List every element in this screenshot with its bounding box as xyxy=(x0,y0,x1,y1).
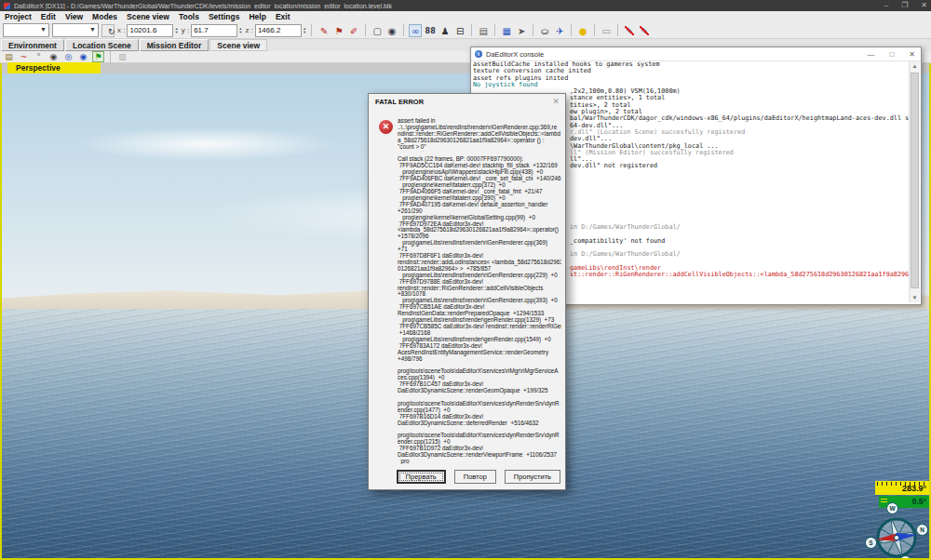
car-camera-icon[interactable]: ⊟ xyxy=(453,24,466,37)
dialog-button-повтор[interactable]: Повтор xyxy=(454,470,496,484)
menu-item-project[interactable]: Project xyxy=(0,11,36,22)
curve-tool-icon[interactable]: ~ xyxy=(18,51,30,62)
camera-glasses-icon[interactable]: ∞ xyxy=(409,24,422,37)
select-marquee-icon[interactable]: ▢ xyxy=(371,24,384,37)
menu-item-settings[interactable]: Settings xyxy=(204,11,245,22)
console-titlebar[interactable]: i DaEditorX console — □ ✕ xyxy=(471,47,921,61)
toolbar-separator xyxy=(617,24,618,36)
toolbar-separator xyxy=(594,24,595,36)
tab-mission-editor[interactable]: Mission Editor xyxy=(140,39,209,51)
degree-mark-icon[interactable]: ° xyxy=(33,51,45,62)
scroll-down-icon[interactable]: ▼ xyxy=(910,293,920,302)
menu-item-modes[interactable]: Modes xyxy=(88,11,122,22)
viewport-frame-icon[interactable]: ▭ xyxy=(600,24,613,37)
main-toolbar: ▼ ▼ ↻ x :10201.6▴▾y :61.7▴▾z :1466.2▴▾ ✎… xyxy=(0,22,931,39)
compass-label-n: N xyxy=(916,524,928,536)
daeditorx-window: DaEditorX [DX11] - D:/Games/WarThunderGl… xyxy=(0,0,931,560)
coord-label: x : xyxy=(117,26,125,34)
free-camera-icon[interactable]: 88 xyxy=(424,24,437,37)
spinner-arrows-icon[interactable]: ▴▾ xyxy=(175,27,177,34)
coord-x-field: x :10201.6▴▾ xyxy=(117,24,178,37)
window-titlebar: DaEditorX [DX11] - D:/Games/WarThunderGl… xyxy=(0,0,931,11)
toolbar-separator xyxy=(110,51,111,63)
toolbar-separator xyxy=(494,24,495,36)
tab-environment[interactable]: Environment xyxy=(1,39,64,51)
minimize-icon[interactable]: — xyxy=(867,50,874,59)
env-sphere-icon[interactable]: ◉ xyxy=(77,51,89,62)
maximize-icon[interactable]: ❐ xyxy=(901,0,908,11)
window-title: DaEditorX [DX11] - D:/Games/WarThunderGl… xyxy=(14,3,392,9)
coord-y-field: y :61.7▴▾ xyxy=(182,24,242,37)
coord-z-input[interactable]: 1466.2 xyxy=(255,24,302,37)
toolbar-separator xyxy=(533,24,533,36)
close-icon[interactable]: ✕ xyxy=(552,97,560,106)
toolbar-separator xyxy=(403,24,404,36)
dialog-title: FATAL ERROR xyxy=(375,98,424,106)
scale-gizmo-icon[interactable]: ✐ xyxy=(347,24,360,37)
world-sphere-icon[interactable]: ◎ xyxy=(62,51,74,62)
scrollbar-thumb[interactable] xyxy=(911,73,919,288)
console-title: DaEditorX console xyxy=(486,50,544,59)
maximize-icon[interactable]: □ xyxy=(889,50,894,59)
snapshot-icon[interactable]: ▥ xyxy=(116,51,128,62)
menu-item-tools[interactable]: Tools xyxy=(174,11,204,22)
pointer-icon[interactable]: ➤ xyxy=(515,24,528,37)
menu-item-view[interactable]: View xyxy=(61,11,88,22)
tab-location-scene[interactable]: Location Scene xyxy=(65,39,139,51)
refresh-button[interactable]: ↻ xyxy=(101,24,115,37)
flag-tool-icon[interactable]: ⚑ xyxy=(92,51,104,62)
dialog-button-abort[interactable]: Прервать xyxy=(397,470,446,484)
error-message: assert failed in ..\..\prog\gameLibs\ren… xyxy=(398,118,561,464)
viewport-label[interactable]: Perspective xyxy=(7,62,101,73)
toolbar-separator xyxy=(471,24,472,36)
console-scrollbar[interactable]: ▲ ▼ xyxy=(909,61,920,302)
coord-x-input[interactable]: 10201.6 xyxy=(127,24,173,37)
toolbar-separator xyxy=(571,24,572,36)
menu-item-help[interactable]: Help xyxy=(244,11,270,22)
dialog-button-пропустить[interactable]: Пропустить xyxy=(505,470,560,484)
sun-icon[interactable]: ● xyxy=(576,24,589,37)
vehicle-icon[interactable]: ⛀ xyxy=(538,24,551,37)
walk-camera-icon[interactable]: ♟ xyxy=(439,24,452,37)
coord-label: y : xyxy=(182,26,189,34)
open-folder-icon[interactable]: ▤ xyxy=(3,51,15,62)
fatal-error-dialog: FATAL ERROR ✕ ✕ assert failed in ..\..\p… xyxy=(368,93,566,490)
dialog-buttons: ПрерватьПовторПропустить xyxy=(397,470,560,484)
scroll-up-icon[interactable]: ▲ xyxy=(910,61,920,71)
heading-readout: 283.9° xyxy=(875,481,929,495)
console-line: No joystick found xyxy=(473,82,909,88)
no-edit-icon[interactable]: ✎ xyxy=(623,24,636,37)
compass-label-w: W xyxy=(886,502,898,514)
compass-label-s: S xyxy=(865,537,877,549)
coord-z-field: z :1466.2▴▾ xyxy=(245,24,305,37)
minimize-icon[interactable]: – xyxy=(884,0,888,11)
asset-combo-2[interactable]: ▼ xyxy=(52,23,99,37)
grid-icon[interactable]: ▦ xyxy=(500,24,513,37)
aircraft-icon[interactable]: ✈ xyxy=(553,24,566,37)
close-icon[interactable]: ✕ xyxy=(909,50,915,59)
rotate-gizmo-icon[interactable]: ⚑ xyxy=(332,24,345,37)
console-line: asset refs plugins inited xyxy=(473,75,909,82)
menu-item-scene-view[interactable]: Scene view xyxy=(122,11,174,22)
chevron-down-icon: ▼ xyxy=(89,26,96,33)
no-draw-icon[interactable]: ✎ xyxy=(638,24,651,37)
coord-y-input[interactable]: 61.7 xyxy=(191,24,237,37)
app-icon xyxy=(4,3,10,9)
spinner-arrows-icon[interactable]: ▴▾ xyxy=(304,27,305,34)
asset-combo-1[interactable]: ▼ xyxy=(3,23,49,37)
menu-item-edit[interactable]: Edit xyxy=(36,11,61,22)
tab-scene-view[interactable]: Scene view xyxy=(209,39,267,51)
render-eye-icon[interactable]: ◉ xyxy=(47,51,60,62)
spinner-arrows-icon[interactable]: ▴▾ xyxy=(239,27,241,34)
move-gizmo-icon[interactable]: ✎ xyxy=(317,24,331,37)
coord-label: z : xyxy=(245,26,252,34)
fence-icon[interactable]: ▤ xyxy=(477,24,490,37)
info-icon: i xyxy=(475,50,482,58)
error-icon: ✕ xyxy=(379,120,393,134)
compass-gizmo[interactable]: W N S E xyxy=(861,500,929,558)
close-icon[interactable]: ✕ xyxy=(921,0,927,11)
menu-item-exit[interactable]: Exit xyxy=(271,11,295,22)
toolbar-separator xyxy=(365,24,366,36)
chevron-down-icon: ▼ xyxy=(40,26,47,33)
visibility-eye-icon[interactable]: ◉ xyxy=(385,24,398,37)
